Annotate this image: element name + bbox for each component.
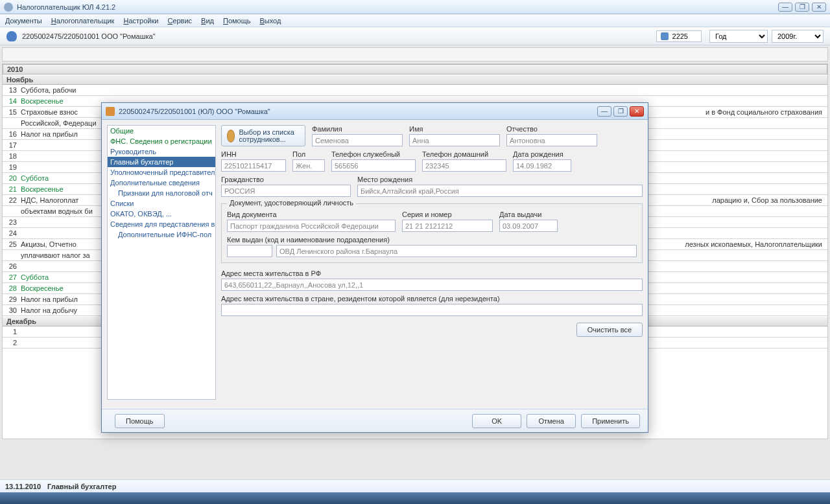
issued-code-input[interactable] (227, 245, 272, 257)
app-title: Налогоплательщик ЮЛ 4.21.2 (17, 3, 115, 11)
blank-toolbar (2, 47, 828, 62)
issuedby-label: Кем выдан (код и наименование подразделе… (227, 236, 637, 244)
issued-by-input[interactable] (276, 245, 637, 257)
dialog-nav-item[interactable]: Главный бухгалтер (108, 157, 215, 167)
org-name: 2205002475/220501001 ООО "Ромашка" (22, 32, 156, 40)
dialog-icon (106, 107, 115, 116)
doctype-input[interactable] (227, 220, 396, 232)
menu-documents[interactable]: Документы (5, 17, 42, 25)
surname-input[interactable] (312, 134, 403, 146)
dob-label: Дата рождения (513, 150, 571, 158)
gender-label: Пол (292, 150, 325, 158)
people-icon (227, 130, 235, 143)
docdate-label: Дата выдачи (499, 211, 558, 218)
toolbar: 2205002475/220501001 ООО "Ромашка" 2225 … (0, 27, 830, 45)
homephone-input[interactable] (422, 159, 506, 172)
menu-exit[interactable]: Выход (259, 17, 281, 25)
status-role: Главный бухгалтер (47, 483, 116, 490)
docseries-input[interactable] (402, 220, 493, 232)
menu-view[interactable]: Вид (201, 17, 214, 25)
workphone-input[interactable] (331, 159, 416, 172)
statusbar: 13.11.2010 Главный бухгалтер (0, 479, 830, 492)
dialog-nav-item[interactable]: ФНС. Сведения о регистрации (108, 136, 215, 146)
taskbar (0, 492, 830, 504)
address-nr-input[interactable] (221, 304, 643, 316)
pick-from-employees-button[interactable]: Выбор из списка сотрудников... (221, 125, 305, 146)
inn-label: ИНН (221, 150, 286, 158)
year-header: 2010 (3, 64, 827, 74)
birthplace-input[interactable] (357, 185, 643, 197)
menu-service[interactable]: Сервис (167, 17, 192, 25)
address-rf-input[interactable] (221, 279, 643, 291)
ifns-code-box[interactable]: 2225 (656, 30, 702, 42)
menu-help[interactable]: Помощь (223, 17, 251, 25)
dialog-nav-item[interactable]: Руководитель (108, 146, 215, 157)
clear-all-button[interactable]: Очистить все (576, 323, 643, 337)
dialog-title: 2205002475/220501001 (ЮЛ) ООО "Ромашка" (119, 108, 270, 115)
person-dialog: 2205002475/220501001 (ЮЛ) ООО "Ромашка" … (101, 102, 648, 433)
inn-input[interactable] (221, 159, 286, 172)
docseries-label: Серия и номер (402, 211, 493, 218)
dialog-nav-item[interactable]: Дополнительные сведения (108, 178, 215, 188)
database-icon (661, 32, 669, 40)
citizenship-input[interactable] (221, 185, 351, 197)
doctype-label: Вид документа (227, 211, 396, 218)
address-rf-label: Адрес места жительства в РФ (221, 269, 643, 277)
ok-button[interactable]: OK (472, 414, 521, 428)
status-date: 13.11.2010 (5, 483, 41, 490)
cancel-button[interactable]: Отмена (527, 414, 576, 428)
app-icon (4, 3, 13, 12)
dialog-close-button[interactable]: ✕ (630, 106, 644, 117)
menubar: Документы Налогоплательщик Настройки Сер… (0, 14, 830, 27)
docdate-input[interactable] (499, 220, 558, 232)
workphone-label: Телефон служебный (331, 150, 416, 158)
dialog-nav-item[interactable]: Уполномоченный представител (108, 167, 215, 178)
year-select[interactable]: 2009г. (772, 30, 824, 43)
surname-label: Фамилия (312, 125, 403, 133)
month-header-nov: Ноябрь (3, 74, 827, 85)
menu-taxpayer[interactable]: Налогоплательщик (51, 17, 115, 25)
dialog-nav-item[interactable]: Дополнительные ИФНС-пол (108, 229, 215, 240)
dialog-maximize-button[interactable]: ❐ (613, 106, 628, 117)
close-button[interactable]: ✕ (812, 3, 826, 12)
org-icon (6, 31, 17, 41)
address-nr-label: Адрес места жительства в стране, резиден… (221, 295, 643, 303)
menu-settings[interactable]: Настройки (123, 17, 158, 25)
patronymic-input[interactable] (506, 134, 597, 146)
name-input[interactable] (409, 134, 500, 146)
window-buttons: — ❐ ✕ (778, 3, 826, 12)
dialog-titlebar: 2205002475/220501001 (ЮЛ) ООО "Ромашка" … (102, 103, 648, 120)
dialog-footer: Помощь OK Отмена Применить (102, 409, 648, 432)
dialog-nav: ОбщиеФНС. Сведения о регистрацииРуководи… (107, 125, 216, 400)
name-label: Имя (409, 125, 500, 133)
dialog-nav-item[interactable]: Списки (108, 198, 215, 209)
period-select[interactable]: Год (709, 30, 768, 43)
apply-button[interactable]: Применить (581, 414, 640, 428)
dialog-nav-item[interactable]: ОКАТО, ОКВЭД, ... (108, 209, 215, 219)
pick-label: Выбор из списка сотрудников... (239, 129, 300, 143)
document-frame-legend: Документ, удостоверяющий личность (227, 199, 356, 207)
main-titlebar: Налогоплательщик ЮЛ 4.21.2 — ❐ ✕ (0, 0, 830, 14)
gender-input[interactable] (292, 159, 325, 172)
homephone-label: Телефон домашний (422, 150, 506, 158)
citizenship-label: Гражданство (221, 176, 351, 183)
minimize-button[interactable]: — (778, 3, 792, 12)
birthplace-label: Место рождения (357, 176, 643, 183)
dob-input[interactable] (513, 159, 571, 172)
dialog-nav-item[interactable]: Сведения для представления в (108, 219, 215, 229)
dialog-nav-item[interactable]: Признаки для налоговой отч (108, 188, 215, 198)
dialog-minimize-button[interactable]: — (597, 106, 611, 117)
patronymic-label: Отчество (506, 125, 597, 133)
dialog-nav-item[interactable]: Общие (108, 126, 215, 136)
help-button[interactable]: Помощь (115, 414, 165, 428)
calendar-row[interactable]: 13Суббота, рабочи (3, 85, 827, 96)
document-frame: Документ, удостоверяющий личность Вид до… (221, 203, 643, 263)
ifns-code: 2225 (672, 32, 688, 40)
maximize-button[interactable]: ❐ (795, 3, 809, 12)
